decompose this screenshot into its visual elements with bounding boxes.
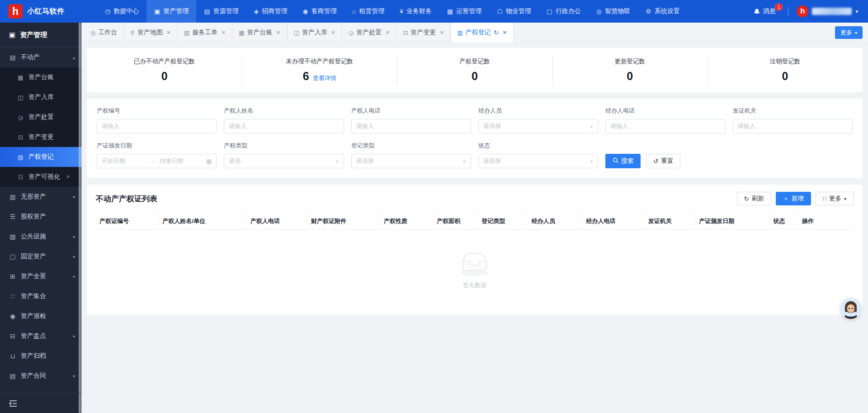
chevron-down-icon: ∨	[462, 158, 466, 164]
input-placeholder: 请输入	[738, 122, 848, 130]
add-button[interactable]: ＋ 新增	[776, 192, 811, 205]
sidebar-item-资产全景[interactable]: ⊞资产全景▾	[0, 266, 81, 286]
tab-资产地图[interactable]: ⚲资产地图✕	[124, 23, 178, 43]
chevron-down-icon: ▾	[855, 30, 857, 35]
refresh-icon[interactable]: ↻	[494, 29, 499, 36]
column-header-发证机关[interactable]: 发证机关	[644, 213, 695, 230]
filter-input-经办人电话[interactable]: 请输入	[605, 119, 725, 133]
assistant-avatar[interactable]	[840, 298, 861, 319]
reset-icon: ↺	[653, 158, 658, 165]
close-icon[interactable]: ✕	[502, 29, 507, 36]
column-header-产权人姓名/单位[interactable]: 产权人姓名/单位	[159, 213, 246, 230]
topnav-item-行政办公[interactable]: ▢行政办公	[539, 0, 589, 23]
sidebar-item-资产入库[interactable]: ◫资产入库	[0, 87, 81, 107]
sidebar-item-label: 不动产	[21, 53, 68, 62]
topnav-item-租赁管理[interactable]: ⌂租赁管理	[344, 0, 392, 23]
sidebar-item-资产盘点[interactable]: ⊟资产盘点▾	[0, 326, 81, 346]
topnav-item-资源管理[interactable]: ▤资源管理	[196, 0, 246, 23]
sidebar-item-资产集合[interactable]: ∷资产集合	[0, 286, 81, 306]
filter-input-发证机关[interactable]: 请输入	[733, 119, 853, 133]
column-header-产权证编号[interactable]: 产权证编号	[96, 213, 159, 230]
sidebar-item-资产归档[interactable]: ⊔资产归档	[0, 346, 81, 366]
column-header-经办人员[interactable]: 经办人员	[528, 213, 582, 230]
sidebar-item-股权资产[interactable]: ☰股权资产	[0, 207, 81, 227]
tab-资产入库[interactable]: ◫资产入库✕	[288, 23, 342, 43]
sidebar-item-资产巡检[interactable]: ◉资产巡检	[0, 306, 81, 326]
stat-更新登记数: 更新登记数0	[552, 48, 708, 92]
column-header-产权性质[interactable]: 产权性质	[380, 213, 433, 230]
sidebar-item-label: 资产合同	[21, 372, 68, 380]
topnav-item-运营管理[interactable]: ▦运营管理	[439, 0, 489, 23]
sidebar-scrollbar[interactable]	[79, 23, 81, 413]
iot-icon: ◎	[596, 8, 602, 15]
sidebar-item-资产台账[interactable]: ▦资产台账	[0, 67, 81, 87]
tabs-more-button[interactable]: 更多 ▾	[835, 26, 863, 39]
intangible-icon: ▥	[9, 193, 16, 200]
topnav-item-系统设置[interactable]: ⚙系统设置	[638, 0, 688, 23]
topnav-item-物业管理[interactable]: ☖物业管理	[489, 0, 539, 23]
refresh-button[interactable]: ↻ 刷新	[737, 192, 771, 205]
tab-资产处置[interactable]: ◶资产处置✕	[342, 23, 396, 43]
close-icon[interactable]: ✕	[385, 29, 390, 36]
sidebar-item-公共设施[interactable]: ▧公共设施▾	[0, 227, 81, 247]
close-icon[interactable]: ✕	[439, 29, 444, 36]
filter-input-产权编号[interactable]: 请输入	[97, 119, 217, 133]
close-icon[interactable]: ✕	[331, 29, 335, 36]
chevron-down-icon: ▾	[73, 195, 75, 199]
column-header-财产权证附件[interactable]: 财产权证附件	[307, 213, 380, 230]
tab-工作台[interactable]: ◎工作台	[84, 23, 124, 43]
column-header-经办人电话[interactable]: 经办人电话	[582, 213, 644, 230]
user-menu[interactable]: h ▾	[797, 5, 858, 17]
close-icon[interactable]: ✕	[221, 29, 226, 36]
filter-daterange-产证颁发日期[interactable]: 开始日期→结束日期▦	[97, 154, 217, 168]
tab-资产台账[interactable]: ▦资产台账✕	[232, 23, 287, 43]
collapse-sidebar-button[interactable]	[9, 400, 17, 407]
topnav-item-业务财务[interactable]: ¥业务财务	[392, 0, 439, 23]
filter-input-产权人电话[interactable]: 请输入	[351, 119, 471, 133]
topnav-item-客商管理[interactable]: ◉客商管理	[295, 0, 344, 23]
filter-row-2: 产证颁发日期开始日期→结束日期▦产权类型请选∨登记类型请选择∨状态请选择∨搜索↺…	[97, 142, 853, 168]
filter-select-登记类型[interactable]: 请选择∨	[351, 154, 471, 168]
column-header-产权人电话[interactable]: 产权人电话	[247, 213, 307, 230]
sidebar-item-label: 资产盘点	[21, 332, 68, 340]
sidebar-item-资产合同[interactable]: ▤资产合同▾	[0, 366, 81, 386]
close-icon[interactable]: ✕	[166, 29, 171, 36]
close-icon[interactable]: ✕	[276, 29, 281, 36]
sidebar-item-资产可视化[interactable]: ☷资产可视化↗	[0, 167, 81, 187]
filter-select-经办人员[interactable]: 请选择∨	[478, 119, 598, 133]
empty-text: 暂无数据	[463, 281, 486, 290]
sidebar-item-不动产[interactable]: ▤不动产▴	[0, 47, 81, 67]
sidebar-item-固定资产[interactable]: ▢固定资产▾	[0, 247, 81, 266]
tab-产权登记[interactable]: ▥产权登记↻✕	[451, 23, 513, 43]
more-button[interactable]: ∷ 更多 ▾	[816, 192, 854, 205]
topbar: h 小红马软件 ◷数据中心▣资产管理▤资源管理◈招商管理◉客商管理⌂租赁管理¥业…	[0, 0, 868, 23]
tab-资产变更[interactable]: ⊡资产变更✕	[396, 23, 451, 43]
column-header-产证颁发日期[interactable]: 产证颁发日期	[695, 213, 769, 230]
messages-button[interactable]: 🔔︎ 消息 1	[753, 7, 775, 15]
column-header-登记类型[interactable]: 登记类型	[478, 213, 528, 230]
sidebar-item-产权登记[interactable]: ▥产权登记	[0, 147, 81, 167]
column-header-操作[interactable]: 操作	[798, 213, 854, 230]
tab-服务工单[interactable]: ▤服务工单✕	[178, 23, 232, 43]
search-button[interactable]: 搜索	[605, 154, 641, 168]
sidebar-item-无形资产[interactable]: ▥无形资产▾	[0, 187, 81, 207]
sidebar-item-资产变更[interactable]: ⊡资产变更	[0, 127, 81, 147]
topnav-item-智慧物联[interactable]: ◎智慧物联	[589, 0, 638, 23]
cube-icon: ▣	[9, 31, 15, 39]
view-details-link[interactable]: 查看详情	[313, 74, 336, 82]
topbar-right: 🔔︎ 消息 1 h ▾	[743, 0, 868, 23]
reset-button[interactable]: ↺重置	[646, 154, 680, 168]
filter-select-状态[interactable]: 请选择∨	[478, 154, 598, 168]
column-header-状态[interactable]: 状态	[769, 213, 798, 230]
filter-input-产权人姓名[interactable]: 请输入	[224, 119, 344, 133]
main-area: ◎工作台⚲资产地图✕▤服务工单✕▦资产台账✕◫资产入库✕◶资产处置✕⊡资产变更✕…	[81, 23, 868, 413]
input-placeholder: 请输入	[229, 122, 339, 130]
sidebar-item-资产处置[interactable]: ◶资产处置	[0, 107, 81, 127]
filter-select-产权类型[interactable]: 请选∨	[224, 154, 344, 168]
topnav-item-资产管理[interactable]: ▣资产管理	[146, 0, 196, 23]
sidebar-item-label: 股权资产	[21, 213, 75, 221]
topnav-item-招商管理[interactable]: ◈招商管理	[246, 0, 295, 23]
stat-label: 产权登记数	[459, 57, 490, 66]
topnav-item-数据中心[interactable]: ◷数据中心	[97, 0, 146, 23]
column-header-产权面积[interactable]: 产权面积	[433, 213, 478, 230]
